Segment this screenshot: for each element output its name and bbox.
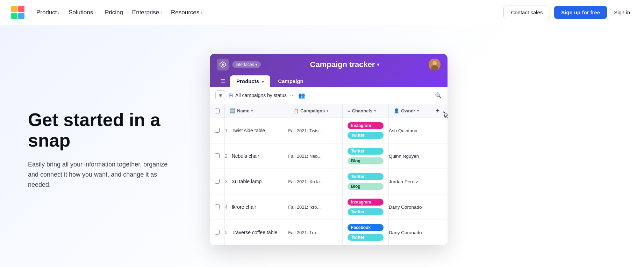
app-body: ⊞ ⊞ All campaigns by status ··· 👥 🔍 (210, 87, 448, 245)
app-avatar (429, 59, 441, 71)
table-row: 4 Ikrore chair Fall 2021: Ikro... Instag… (210, 194, 448, 220)
cell-channels-3: Twitter Blog (343, 169, 389, 194)
table-row: 1 Twist side table Fall 2021: Twist... I… (210, 118, 448, 143)
name-col-chevron: ▾ (251, 109, 253, 113)
instagram-badge: Instagram (348, 199, 384, 206)
row-checkbox[interactable] (215, 204, 220, 209)
app-title-center: Campaign tracker ▾ (310, 60, 380, 69)
instagram-badge: Instagram (348, 122, 384, 129)
app-window: Interfaces ▾ Campaign tracker ▾ (210, 54, 448, 245)
cell-name-1: 1 Twist side table (225, 118, 288, 143)
twitter-badge: Twitter (348, 234, 384, 241)
col-owner-header[interactable]: 👤 Owner ▾ (389, 104, 431, 118)
facebook-badge: Facebook (348, 224, 384, 231)
nav-item-product[interactable]: Product › (33, 7, 63, 18)
contact-sales-button[interactable]: Contact sales (503, 6, 550, 19)
cell-owner-5: Dany Coronado (389, 220, 431, 245)
cursor-indicator (442, 111, 448, 120)
sidebar-toggle-button[interactable]: ⊞ (215, 90, 225, 100)
cell-owner-2: Quinn Nguyen (389, 143, 431, 169)
cell-campaign-4: Fall 2021: Ikro... (288, 194, 343, 220)
svg-point-6 (432, 61, 437, 65)
campaign-table: 🔤 Name ▾ 📋 Campaigns ▾ (210, 104, 448, 245)
chevron-down-icon: › (58, 10, 60, 15)
cell-name-2: 2 Nebula chair (225, 143, 288, 169)
app-toolbar: ⊞ ⊞ All campaigns by status ··· 👥 🔍 (210, 87, 448, 104)
logo[interactable] (11, 6, 24, 19)
twitter-badge: Twitter (348, 148, 384, 155)
twitter-badge: Twitter (348, 173, 384, 180)
row-checkbox[interactable] (215, 153, 220, 158)
app-tabs: ☰ Products ▾ Campaign (217, 75, 441, 87)
cell-campaign-2: Fall 2021: Neb... (288, 143, 343, 169)
cell-name-4: 4 Ikrore chair (225, 194, 288, 220)
cell-campaign-3: Fall 2021: Xu la... (288, 169, 343, 194)
hero-subtitle: Easily bring all your information togeth… (28, 160, 175, 190)
twitter-badge: Twitter (348, 208, 384, 215)
main-content: Get started in a snap Easily bring all y… (0, 25, 644, 267)
interfaces-badge[interactable]: Interfaces ▾ (232, 61, 261, 68)
table-row: 3 Xu table lamp Fall 2021: Xu la... Twit… (210, 169, 448, 194)
cell-channels-5: Facebook Twitter (343, 220, 389, 245)
cell-owner-3: Jordan Peretz (389, 169, 431, 194)
signin-link[interactable]: Sign in (611, 6, 633, 19)
signup-button[interactable]: Sign up for free (554, 6, 607, 19)
people-icon[interactable]: 👥 (298, 92, 305, 99)
select-all-checkbox[interactable] (215, 109, 220, 113)
col-checkbox (210, 104, 225, 118)
nav-links: Product › Solutions › Pricing Enterprise… (33, 7, 503, 18)
campaigns-col-chevron: ▾ (327, 109, 328, 113)
svg-point-4 (222, 64, 224, 66)
cell-name-5: 5 Traverse coffee table (225, 220, 288, 245)
chevron-down-icon: › (94, 10, 96, 15)
row-checkbox[interactable] (215, 230, 220, 235)
cell-channels-4: Instagram Twitter (343, 194, 389, 220)
col-channels-header[interactable]: ≡ Channels ▾ (343, 104, 389, 118)
cell-campaign-1: Fall 2021: Twist... (288, 118, 343, 143)
cell-channels-1: Instagram Twitter (343, 118, 389, 143)
view-label: ⊞ All campaigns by status (229, 92, 287, 98)
nav-item-pricing[interactable]: Pricing (101, 7, 127, 18)
cell-owner-4: Dany Coronado (389, 194, 431, 220)
cell-campaign-5: Fall 2021: Tra... (288, 220, 343, 245)
nav-item-solutions[interactable]: Solutions › (65, 7, 99, 18)
add-col-icon: + (436, 107, 440, 114)
nav-actions: Contact sales Sign up for free Sign in (503, 6, 633, 19)
table-row: 2 Nebula chair Fall 2021: Neb... Twitter… (210, 143, 448, 169)
hamburger-icon[interactable]: ☰ (217, 76, 229, 87)
chevron-down-icon: › (160, 10, 162, 15)
svg-rect-1 (18, 6, 24, 12)
twitter-badge: Twitter (348, 132, 384, 139)
svg-rect-0 (11, 6, 17, 12)
app-window-wrapper: Interfaces ▾ Campaign tracker ▾ (210, 54, 448, 245)
blog-badge: Blog (348, 157, 384, 164)
col-add-header[interactable]: + (431, 104, 448, 118)
nav-item-enterprise[interactable]: Enterprise › (129, 7, 165, 18)
svg-rect-3 (18, 13, 24, 19)
col-name-header[interactable]: 🔤 Name ▾ (225, 104, 288, 118)
search-icon[interactable]: 🔍 (435, 92, 442, 99)
col-campaigns-header[interactable]: 📋 Campaigns ▾ (288, 104, 343, 118)
cell-owner-1: Ash Quintana (389, 118, 431, 143)
row-checkbox[interactable] (215, 179, 220, 184)
grid-view-icon: ⊞ (229, 92, 233, 98)
tab-products[interactable]: Products ▾ (230, 75, 270, 87)
table-header-row: 🔤 Name ▾ 📋 Campaigns ▾ (210, 104, 448, 118)
app-topbar: Interfaces ▾ Campaign tracker ▾ (210, 54, 448, 87)
blog-badge: Blog (348, 183, 384, 190)
app-title-row: Interfaces ▾ Campaign tracker ▾ (217, 59, 441, 71)
owner-col-chevron: ▾ (417, 109, 419, 113)
channels-col-chevron: ▾ (374, 109, 376, 113)
title-chevron-icon: ▾ (377, 62, 379, 67)
app-logo-icon (217, 59, 229, 71)
hero-section: Get started in a snap Easily bring all y… (28, 110, 210, 190)
cell-channels-2: Twitter Blog (343, 143, 389, 169)
nav-item-resources[interactable]: Resources › (167, 7, 206, 18)
hero-title: Get started in a snap (28, 110, 189, 151)
row-checkbox[interactable] (215, 128, 220, 133)
navbar: Product › Solutions › Pricing Enterprise… (0, 0, 644, 25)
tab-campaign[interactable]: Campaign (272, 75, 310, 87)
chevron-down-icon: › (201, 10, 202, 15)
more-options-button[interactable]: ··· (290, 92, 295, 98)
app-title-left: Interfaces ▾ (217, 59, 261, 71)
